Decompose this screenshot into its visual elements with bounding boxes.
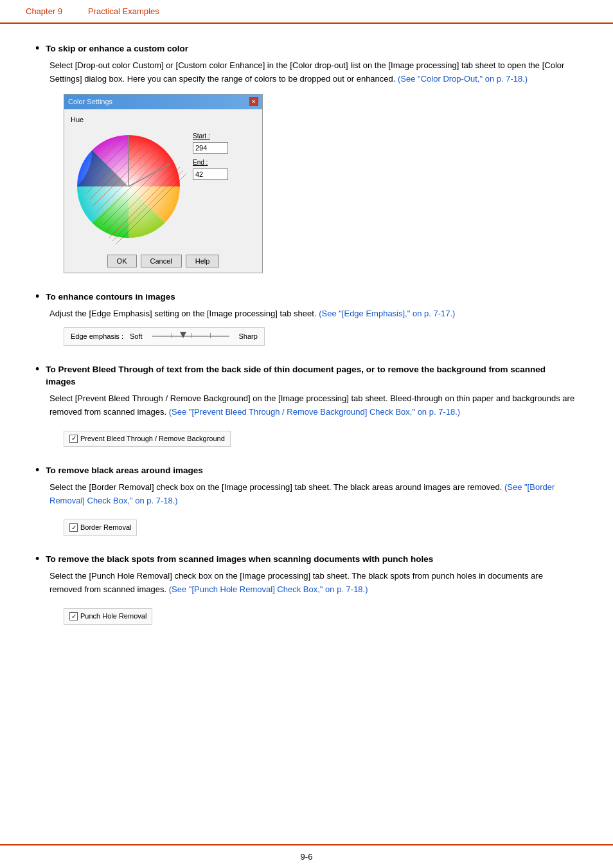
border-removal-checkbox-item: ✓ Border Removal <box>64 520 137 536</box>
section-punch-holes: • To remove the black spots from scanned… <box>35 554 578 624</box>
slider-sharp-label: Sharp <box>239 331 258 343</box>
section-skip-enhance: • To skip or enhance a custom color Sele… <box>35 43 578 273</box>
slider-soft-label: Soft <box>130 331 143 343</box>
checkbox-punch-hole-label: Punch Hole Removal <box>80 611 147 622</box>
bullet-dot-3: • <box>35 363 39 376</box>
prevent-bleed-checkbox-item: ✓ Prevent Bleed Through / Remove Backgro… <box>64 431 231 448</box>
heading-text-3: To Prevent Bleed Through of text from th… <box>46 364 578 388</box>
start-field-group: Start : <box>193 131 228 154</box>
link-2[interactable]: (See "[Edge Emphasis]," on p. 7-17.) <box>319 309 455 318</box>
end-label: End : <box>193 158 228 168</box>
dialog-buttons: OK Cancel Help <box>64 249 262 273</box>
top-bar: Chapter 9 Practical Examples <box>0 0 613 24</box>
slider-label: Edge emphasis : <box>71 331 123 343</box>
dialog-body: Hue <box>64 109 262 249</box>
body-5: Select the [Punch Hole Removal] check bo… <box>49 570 578 624</box>
color-wheel-svg <box>71 129 186 244</box>
page-number: 9-6 <box>301 852 313 862</box>
section-remove-black: • To remove black areas around images Se… <box>35 465 578 536</box>
heading-text-1: To skip or enhance a custom color <box>46 43 188 55</box>
checkbox-prevent-bleed-label: Prevent Bleed Through / Remove Backgroun… <box>80 433 225 445</box>
slider-tick-2 <box>191 333 191 338</box>
heading-text-2: To enhance contours in images <box>46 291 175 303</box>
bullet-heading-2: • To enhance contours in images <box>35 291 578 303</box>
section-prevent-bleed: • To Prevent Bleed Through of text from … <box>35 364 578 447</box>
start-input[interactable] <box>193 142 228 154</box>
link-3[interactable]: (See "[Prevent Bleed Through / Remove Ba… <box>169 407 460 417</box>
dialog-title: Color Settings <box>68 96 112 108</box>
slider-tick-1 <box>172 333 172 338</box>
punch-hole-checkbox-item: ✓ Punch Hole Removal <box>64 608 152 625</box>
body-text-2: Adjust the [Edge Emphasis] setting on th… <box>49 309 317 318</box>
color-wheel <box>71 129 186 244</box>
cancel-button[interactable]: Cancel <box>141 255 182 267</box>
bullet-dot-5: • <box>35 552 39 566</box>
page-container: Chapter 9 Practical Examples • To skip o… <box>0 0 613 868</box>
link-1[interactable]: (See "Color Drop-Out," on p. 7-18.) <box>398 74 528 84</box>
bullet-heading-3: • To Prevent Bleed Through of text from … <box>35 364 578 388</box>
bullet-dot-2: • <box>35 290 39 303</box>
body-3: Select [Prevent Bleed Through / Remove B… <box>49 392 578 447</box>
slider-handle[interactable] <box>180 332 186 338</box>
bullet-heading-5: • To remove the black spots from scanned… <box>35 554 578 566</box>
main-content: • To skip or enhance a custom color Sele… <box>0 24 613 682</box>
end-input[interactable] <box>193 168 228 180</box>
link-5[interactable]: (See "[Punch Hole Removal] Check Box," o… <box>169 584 368 594</box>
bullet-heading-1: • To skip or enhance a custom color <box>35 43 578 55</box>
bullet-dot-1: • <box>35 42 39 55</box>
bullet-heading-4: • To remove black areas around images <box>35 465 578 477</box>
body-1: Select [Drop-out color Custom] or [Custo… <box>49 59 578 273</box>
heading-text-5: To remove the black spots from scanned i… <box>46 554 433 566</box>
body-4: Select the [Border Removal] check box on… <box>49 481 578 536</box>
body-text-4: Select the [Border Removal] check box on… <box>49 482 502 492</box>
start-label: Start : <box>193 131 228 141</box>
chapter-title: Practical Examples <box>88 6 159 16</box>
dialog-fields: Start : End : <box>193 131 228 180</box>
bullet-dot-4: • <box>35 464 39 477</box>
heading-text-4: To remove black areas around images <box>46 465 202 477</box>
section-enhance-contours: • To enhance contours in images Adjust t… <box>35 291 578 346</box>
chapter-label: Chapter 9 <box>26 6 62 16</box>
slider-track[interactable] <box>152 336 229 337</box>
checkbox-punch-hole[interactable]: ✓ <box>69 612 78 620</box>
hue-label: Hue <box>71 114 256 126</box>
slider-tick-3 <box>210 333 211 338</box>
ok-button[interactable]: OK <box>107 255 137 267</box>
color-settings-dialog: Color Settings ✕ Hue <box>64 94 263 273</box>
checkbox-border-removal-label: Border Removal <box>80 522 131 534</box>
body-2: Adjust the [Edge Emphasis] setting on th… <box>49 307 578 346</box>
checkbox-prevent-bleed[interactable]: ✓ <box>69 435 78 443</box>
bottom-bar: 9-6 <box>0 844 613 868</box>
end-field-group: End : <box>193 158 228 180</box>
dialog-titlebar: Color Settings ✕ <box>64 95 262 110</box>
help-button[interactable]: Help <box>186 255 220 267</box>
checkbox-border-removal[interactable]: ✓ <box>69 523 78 532</box>
dialog-close-button[interactable]: ✕ <box>249 97 258 106</box>
dialog-content-row: Start : End : <box>71 129 256 244</box>
edge-emphasis-slider-box: Edge emphasis : Soft Sharp <box>64 327 265 347</box>
